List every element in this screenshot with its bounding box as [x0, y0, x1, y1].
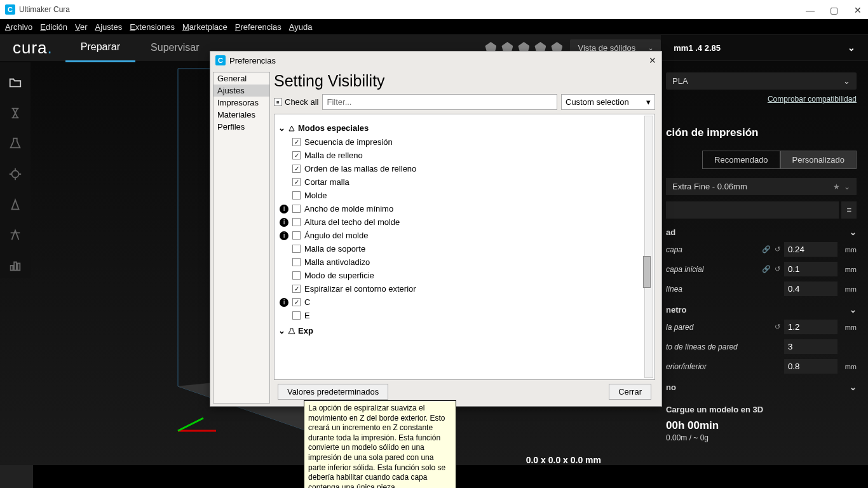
setting-checkbox[interactable] [292, 245, 301, 253]
menu-extensiones[interactable]: Extensiones [127, 21, 177, 33]
gear-icon [8, 167, 22, 181]
value-input[interactable] [784, 281, 837, 296]
setting-label: capa inicial [666, 265, 762, 274]
tab-preparar[interactable]: Preparar [65, 34, 135, 62]
info-icon[interactable]: i [280, 218, 288, 227]
setting-label: E [304, 311, 310, 320]
value-input[interactable] [784, 339, 837, 354]
value-input[interactable] [784, 242, 837, 257]
setting-checkbox[interactable] [292, 138, 301, 146]
profile-select[interactable]: Extra Fine - 0.06mm ★⌄ [666, 178, 857, 195]
setting-label: Malla de relleno [304, 151, 363, 160]
reset-icon[interactable]: ↺ [775, 265, 780, 273]
setting-checkbox[interactable] [292, 191, 301, 200]
dialog-close-button[interactable]: ✕ [649, 55, 656, 65]
close-button[interactable]: Cerrar [609, 384, 651, 400]
value-input[interactable] [784, 359, 837, 374]
link-icon[interactable]: 🔗 [762, 245, 771, 254]
menu-edicion[interactable]: Edición [37, 21, 70, 33]
setting-item: Modo de superficie [277, 269, 652, 282]
chevron-down-icon: ▾ [646, 97, 651, 107]
setting-row: to de líneas de pared [666, 339, 857, 354]
tab-personalizado[interactable]: Personalizado [780, 151, 857, 169]
nav-perfiles[interactable]: Perfiles [214, 121, 269, 133]
check-all-checkbox[interactable] [274, 98, 282, 106]
reset-icon[interactable]: ↺ [775, 245, 780, 254]
menu-ver[interactable]: Ver [72, 21, 90, 33]
setting-item: Malla de relleno [277, 149, 652, 162]
section-calidad[interactable]: ad⌄ [666, 227, 857, 237]
reset-icon[interactable]: ↺ [775, 323, 780, 331]
material-select[interactable]: PLA⌄ [666, 72, 857, 90]
open-file-button[interactable] [0, 70, 31, 95]
print-size: 0.00m / ~ 0g [666, 433, 857, 442]
scroll-thumb[interactable] [643, 256, 651, 288]
category-modos-especiales[interactable]: ⌄Modos especiales [278, 123, 652, 133]
check-all[interactable]: Check all [274, 97, 318, 107]
info-icon[interactable]: i [280, 205, 288, 214]
hourglass-icon [8, 106, 22, 120]
settings-menu-button[interactable]: ≡ [841, 201, 857, 219]
right-panel: PLA⌄ Comprobar compatibilidad ción de im… [666, 72, 857, 442]
menu-marketplace[interactable]: Marketplace [180, 21, 230, 33]
info-icon[interactable]: i [280, 298, 288, 307]
setting-checkbox[interactable] [292, 178, 301, 186]
filter-input[interactable] [322, 94, 557, 110]
setting-label: Ancho de molde mínimo [304, 204, 393, 214]
section-relleno[interactable]: no⌄ [666, 383, 857, 392]
setting-label: la pared [666, 323, 775, 332]
value-input[interactable] [784, 262, 837, 276]
maximize-button[interactable]: ▢ [830, 5, 839, 14]
category-experimental[interactable]: ⌄Exp [278, 326, 652, 336]
nav-impresoras[interactable]: Impresoras [214, 97, 269, 109]
setting-checkbox[interactable] [292, 311, 301, 320]
menu-ayuda[interactable]: Ayuda [287, 21, 315, 33]
nav-general[interactable]: General [214, 72, 269, 85]
setting-label: Malla de soporte [304, 244, 365, 254]
setting-label: to de líneas de pared [666, 342, 784, 351]
menu-preferencias[interactable]: Preferencias [233, 21, 284, 33]
setting-checkbox[interactable] [292, 285, 301, 293]
setting-label: C [304, 297, 310, 307]
nav-materiales[interactable]: Materiales [214, 109, 269, 121]
tool-rotate[interactable] [0, 161, 31, 187]
setting-checkbox[interactable] [292, 205, 301, 213]
taskbar-item[interactable] [0, 465, 33, 488]
setting-checkbox[interactable] [292, 258, 301, 266]
cura-logo: cura. [0, 38, 65, 58]
settings-search-input[interactable] [666, 201, 839, 219]
setting-checkbox[interactable] [292, 298, 301, 306]
setting-checkbox[interactable] [292, 218, 301, 226]
tab-supervisar[interactable]: Supervisar [135, 34, 214, 61]
setting-checkbox[interactable] [292, 151, 301, 159]
close-button[interactable]: ✕ [854, 5, 863, 14]
tool-support[interactable] [0, 253, 31, 278]
tool-move[interactable] [0, 100, 31, 126]
tool-mesh[interactable] [0, 222, 31, 248]
nav-ajustes[interactable]: Ajustes [214, 85, 269, 97]
minimize-button[interactable]: — [806, 5, 815, 14]
section-perimetro[interactable]: netro⌄ [666, 305, 857, 315]
menu-archivo[interactable]: Archivo [3, 21, 35, 33]
link-icon[interactable]: 🔗 [762, 265, 771, 273]
tab-recomendado[interactable]: Recomendado [702, 151, 780, 169]
menu-ajustes[interactable]: Ajustes [93, 21, 125, 33]
setting-item: Malla antivoladizo [277, 255, 652, 269]
value-input[interactable] [784, 320, 837, 334]
tool-mirror[interactable] [0, 192, 31, 217]
folder-icon [8, 76, 22, 90]
setting-item: Espiralizar el contorno exterior [277, 282, 652, 295]
compatibility-link[interactable]: Comprobar compatibilidad [666, 95, 857, 104]
visibility-preset-select[interactable]: Custom selection▾ [561, 94, 655, 110]
preferences-dialog: C Preferencias ✕ General Ajustes Impreso… [210, 51, 662, 407]
defaults-button[interactable]: Valores predeterminados [278, 384, 388, 400]
setting-item: Molde [277, 189, 652, 202]
scrollbar[interactable] [644, 116, 653, 378]
setting-checkbox[interactable] [292, 231, 301, 240]
info-icon[interactable]: i [280, 231, 288, 240]
setting-checkbox[interactable] [292, 165, 301, 173]
chevron-down-icon: ⌄ [843, 76, 850, 86]
printer-select[interactable]: mm1 .4 2.85 [661, 35, 868, 60]
tool-scale[interactable] [0, 131, 31, 156]
setting-checkbox[interactable] [292, 271, 301, 280]
